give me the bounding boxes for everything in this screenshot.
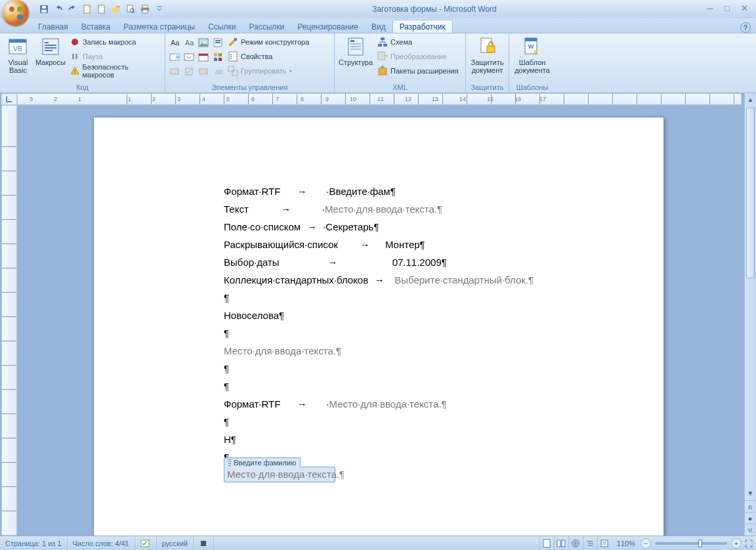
group-code-label: Код [3,83,162,93]
protect-document-button[interactable]: Защитить документ [469,35,506,75]
dropdown-control-icon[interactable] [182,51,196,64]
tab-references[interactable]: Ссылки [201,20,242,33]
proofing-status[interactable] [135,536,157,550]
group-protect: Защитить документ Защитить [466,33,509,93]
ruler-number: 3 [177,96,180,102]
tab-view[interactable]: Вид [365,20,392,33]
next-page-icon[interactable] [744,524,756,536]
picture-control-icon[interactable] [197,36,210,49]
previous-page-icon[interactable] [744,500,756,512]
expansion-packs-button[interactable]: Пакеты расширения [375,64,461,78]
page[interactable]: Формат·RTF→·Введите·фам Текст→·Место·для… [93,117,664,536]
tab-mailings[interactable]: Рассылки [242,20,291,33]
value[interactable]: Секретарь [326,221,379,232]
close-button[interactable]: ✕ [738,5,751,14]
transformation-button: Преобразование [375,49,461,64]
outline-view-icon[interactable] [583,536,597,550]
draft-view-icon[interactable] [597,536,612,550]
ruler-number: 6 [251,96,255,102]
fullscreen-reading-view-icon[interactable] [554,536,568,550]
value[interactable]: Монтер [385,239,425,250]
office-button[interactable] [3,0,29,26]
structure-label: Структура [339,58,373,66]
zoom-out-button[interactable]: − [640,538,651,549]
buildingblock-control-icon[interactable] [211,36,224,49]
macro-security-button[interactable]: ! Безопасность макросов [68,64,162,78]
properties-button[interactable]: Свойства [226,49,311,64]
structure-button[interactable]: Структура [337,35,374,68]
zoom-in-button[interactable]: + [731,538,742,549]
value[interactable]: 07.11.2009 [392,257,447,268]
tab-home[interactable]: Главная [32,20,75,33]
tab-review[interactable]: Рецензирование [291,20,365,33]
content-control-placeholder[interactable]: Место·для·ввода·текста.¶ [224,467,335,481]
app-window: Заготовка формы - Microsoft Word ─ □ ✕ Г… [0,0,756,550]
combobox-control-icon[interactable] [168,51,181,64]
tab-arrow: → [280,203,292,215]
language-status[interactable]: русский [157,536,194,550]
svg-line-11 [133,12,135,13]
print-layout-view-icon[interactable] [539,536,554,550]
legacy-tools-icon[interactable] [211,51,224,64]
tab-developer[interactable]: Разработчик [392,20,453,33]
text-line[interactable]: Н¶ [224,434,236,445]
zoom-fit-icon[interactable] [742,536,756,550]
maximize-button[interactable]: □ [721,5,734,14]
zoom-slider-thumb[interactable] [698,539,702,547]
value[interactable]: Введите·фам [329,186,396,197]
plaintext-control-icon[interactable]: Aa [182,36,196,49]
content-control-title[interactable]: Введите фамилию [224,457,301,467]
redo-icon[interactable] [67,3,79,15]
horizontal-ruler[interactable]: 3211234567891011121314151617 [17,93,742,105]
zoom-slider[interactable] [655,542,727,545]
scroll-thumb[interactable] [746,108,755,278]
label: Формат·RTF [224,186,280,197]
vertical-ruler[interactable] [1,105,17,536]
blank-icon[interactable] [96,3,108,15]
legacy-controls-gallery: ab [168,65,224,78]
qat-customize-icon[interactable] [154,3,165,15]
page-status[interactable]: Страница: 1 из 1 [0,536,68,550]
browse-object-buttons: ● [744,500,756,536]
word-count[interactable]: Число слов: 4/41 [68,536,135,550]
label: Формат·RTF [224,398,280,410]
paragraph-mark: ¶ [224,416,229,427]
datepicker-control-icon[interactable] [197,51,210,64]
placeholder-text[interactable]: Выберите·стандартный·блок. [394,274,534,286]
minimize-button[interactable]: ─ [704,5,717,14]
group-controls: Aa Aa ab [165,33,335,93]
tab-insert[interactable]: Вставка [75,20,117,33]
visual-basic-button[interactable]: VB Visual Basic [3,35,33,75]
web-layout-view-icon[interactable] [568,536,583,550]
transform-icon [377,51,388,62]
document-template-button[interactable]: W Шаблон документа [512,35,553,75]
macros-button[interactable]: Макросы [35,35,66,68]
page-content[interactable]: Формат·RTF→·Введите·фам Текст→·Место·для… [94,117,663,482]
placeholder-text[interactable]: Место·для·ввода·текста.¶ [224,345,341,356]
content-control[interactable]: Введите фамилию Место·для·ввода·текста.¶ [224,467,335,482]
scroll-down-icon[interactable]: ▼ [745,487,756,499]
zoom-level[interactable]: 110% [612,536,640,550]
text-line[interactable]: Новоселова¶ [224,310,284,321]
schema-button[interactable]: Схема [375,35,461,49]
vertical-scrollbar[interactable]: ▲ ▼ ● [744,93,756,536]
record-macro-button[interactable]: Запись макроса [68,35,162,49]
scroll-up-icon[interactable]: ▲ [745,93,756,105]
new-icon[interactable] [81,3,93,15]
placeholder-text[interactable]: Место·для·ввода·текста. [325,203,442,215]
tab-layout[interactable]: Разметка страницы [117,20,201,33]
save-icon[interactable] [38,3,50,15]
preview-icon[interactable] [125,3,136,15]
macro-record-status[interactable] [194,536,214,550]
placeholder-text[interactable]: Место·для·ввода·текста. [329,398,447,410]
open-icon[interactable] [110,3,122,15]
select-browse-object-icon[interactable]: ● [744,512,756,524]
tab-selector[interactable] [1,93,17,105]
statusbar: Страница: 1 из 1 Число слов: 4/41 русски… [0,536,756,550]
design-mode-button[interactable]: Режим конструктора [226,35,311,49]
undo-icon[interactable] [52,3,64,15]
svg-rect-39 [199,54,208,56]
richtext-control-icon[interactable]: Aa [168,36,181,49]
print-icon[interactable] [139,3,151,15]
help-icon[interactable]: ? [740,22,751,33]
